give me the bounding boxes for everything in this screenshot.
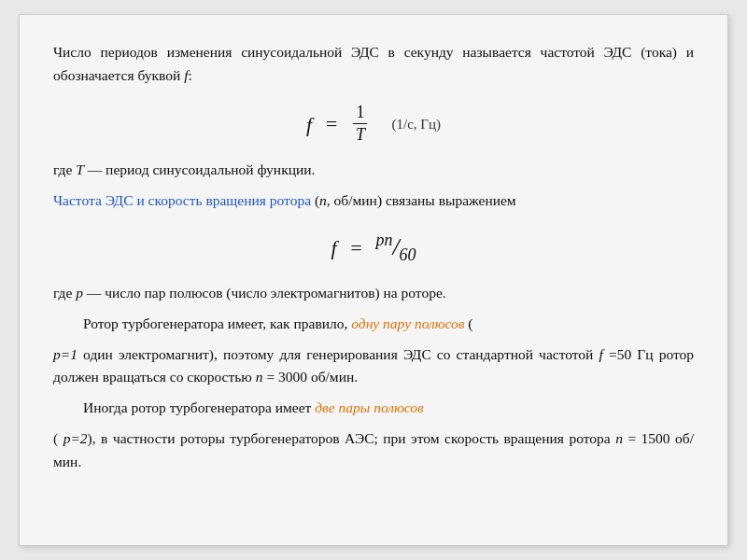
paragraph-4: где p — число пар полюсов (число электро…	[53, 282, 694, 305]
paragraph-5: Ротор турбогенератора имеет, как правило…	[53, 313, 694, 336]
para8-n: n	[615, 430, 623, 446]
unit-note: (1/с, Гц)	[391, 117, 441, 132]
slash-fraction-pn-over-60: pn/60	[375, 227, 416, 269]
formula-f-symbol: f	[306, 112, 312, 135]
paragraph-3: Частота ЭДС и скорость вращения ротора (…	[53, 189, 694, 213]
para5-indent: Ротор турбогенератора имеет, как правило…	[83, 315, 347, 331]
para3-blue: Частота ЭДС и скорость вращения ротора	[53, 192, 311, 208]
para2-T: T	[76, 161, 84, 177]
formula-f-equals-1-over-T: f = 1 T (1/с, Гц)	[53, 103, 694, 146]
para6-n: n	[256, 369, 263, 385]
formula-f-symbol2: f	[331, 236, 336, 259]
para4-p: p	[76, 285, 83, 301]
formula-equals: =	[325, 112, 339, 135]
para5-orange: одну пару полюсов	[351, 315, 464, 331]
para6-f: f	[599, 346, 603, 362]
paragraph-6: p=1 один электромагнит), поэтому для ген…	[53, 343, 694, 390]
fraction-denominator: T	[353, 124, 368, 146]
para7-orange: две пары полюсов	[315, 399, 424, 415]
para4-text: — число пар полюсов (число электромагнит…	[83, 285, 446, 301]
para3-n: n	[319, 192, 327, 208]
slash-numerator: pn	[375, 231, 392, 249]
para7-indent: Иногда ротор турбогенератора имеет	[83, 399, 311, 415]
para2-prefix: где	[53, 161, 76, 177]
para2-text: — период синусоидальной функции.	[84, 161, 316, 177]
paragraph-7: Иногда ротор турбогенератора имеет две п…	[53, 397, 694, 420]
fraction-1-over-T: 1 T	[353, 103, 368, 146]
para6-end: = 3000 об/мин.	[266, 369, 358, 385]
para6-text: один электромагнит), поэтому для генерир…	[78, 346, 593, 362]
para6-p1: p=1	[53, 346, 78, 362]
formula-f-equals-pn-over-60: f = pn/60	[53, 227, 694, 269]
fraction-numerator: 1	[353, 103, 367, 125]
para8-open-paren: (	[53, 430, 63, 446]
para1-end: :	[189, 67, 192, 83]
para8-text: ), в частности роторы турбогенераторов А…	[88, 430, 611, 446]
para4-prefix: где	[53, 285, 76, 301]
para3-middle: , об/мин) связаны выражением	[327, 192, 516, 208]
content-card: Число периодов изменения синусоидальной …	[19, 14, 728, 546]
para8-p2: p=2	[63, 430, 88, 446]
paragraph-2: где T — период синусоидальной функции.	[53, 159, 694, 182]
para1-text: Число периодов изменения синусоидальной …	[53, 44, 694, 83]
paragraph-1: Число периодов изменения синусоидальной …	[53, 41, 694, 88]
slash-denominator: 60	[400, 245, 416, 264]
paragraph-8: ( p=2), в частности роторы турбогенерато…	[53, 427, 694, 474]
para5-after: (	[468, 315, 472, 331]
formula-equals2: =	[349, 236, 363, 259]
